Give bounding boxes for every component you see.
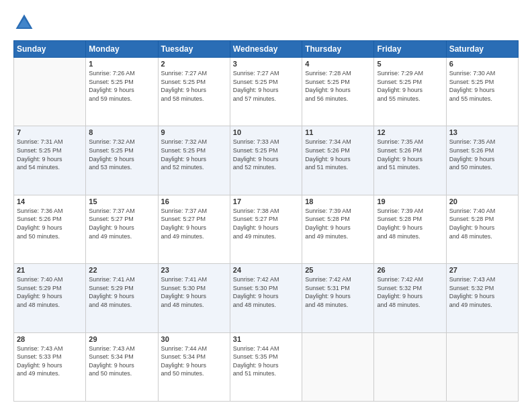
day-number: 26 <box>377 266 443 274</box>
day-number: 3 <box>233 60 299 68</box>
table-row: 21Sunrise: 7:40 AMSunset: 5:29 PMDayligh… <box>14 264 86 332</box>
cell-info: Sunrise: 7:35 AMSunset: 5:26 PMDaylight:… <box>449 138 515 171</box>
day-header-monday: Monday <box>86 41 158 58</box>
table-row: 10Sunrise: 7:33 AMSunset: 5:25 PMDayligh… <box>230 126 302 195</box>
table-row: 13Sunrise: 7:35 AMSunset: 5:26 PMDayligh… <box>446 126 518 195</box>
table-row: 15Sunrise: 7:37 AMSunset: 5:27 PMDayligh… <box>86 195 158 263</box>
cell-info: Sunrise: 7:39 AMSunset: 5:28 PMDaylight:… <box>377 207 443 240</box>
page: SundayMondayTuesdayWednesdayThursdayFrid… <box>0 0 532 411</box>
cell-info: Sunrise: 7:37 AMSunset: 5:27 PMDaylight:… <box>89 207 154 240</box>
table-row <box>302 332 374 401</box>
logo <box>13 12 39 34</box>
day-number: 6 <box>449 60 515 68</box>
table-row: 12Sunrise: 7:35 AMSunset: 5:26 PMDayligh… <box>374 126 446 195</box>
day-number: 31 <box>233 335 299 343</box>
table-row: 2Sunrise: 7:27 AMSunset: 5:25 PMDaylight… <box>158 58 230 126</box>
table-row: 6Sunrise: 7:30 AMSunset: 5:25 PMDaylight… <box>446 58 518 126</box>
day-number: 14 <box>17 197 83 205</box>
table-row: 1Sunrise: 7:26 AMSunset: 5:25 PMDaylight… <box>86 58 158 126</box>
cell-info: Sunrise: 7:44 AMSunset: 5:34 PMDaylight:… <box>161 345 227 378</box>
day-number: 23 <box>161 266 227 274</box>
cell-info: Sunrise: 7:29 AMSunset: 5:25 PMDaylight:… <box>377 69 443 103</box>
table-row: 20Sunrise: 7:40 AMSunset: 5:28 PMDayligh… <box>446 195 518 263</box>
day-number: 20 <box>449 197 515 205</box>
cell-info: Sunrise: 7:34 AMSunset: 5:26 PMDaylight:… <box>305 138 371 171</box>
table-row: 9Sunrise: 7:32 AMSunset: 5:25 PMDaylight… <box>158 126 230 195</box>
cell-info: Sunrise: 7:30 AMSunset: 5:25 PMDaylight:… <box>449 69 515 103</box>
header <box>13 12 519 34</box>
table-row: 23Sunrise: 7:41 AMSunset: 5:30 PMDayligh… <box>158 264 230 332</box>
table-row: 3Sunrise: 7:27 AMSunset: 5:25 PMDaylight… <box>230 58 302 126</box>
day-number: 16 <box>161 197 227 205</box>
cell-info: Sunrise: 7:32 AMSunset: 5:25 PMDaylight:… <box>89 138 154 171</box>
table-row: 5Sunrise: 7:29 AMSunset: 5:25 PMDaylight… <box>374 58 446 126</box>
cell-info: Sunrise: 7:44 AMSunset: 5:35 PMDaylight:… <box>233 345 299 378</box>
table-row: 4Sunrise: 7:28 AMSunset: 5:25 PMDaylight… <box>302 58 374 126</box>
cell-info: Sunrise: 7:41 AMSunset: 5:30 PMDaylight:… <box>161 275 227 309</box>
day-header-wednesday: Wednesday <box>230 41 302 58</box>
cell-info: Sunrise: 7:42 AMSunset: 5:32 PMDaylight:… <box>377 275 443 309</box>
day-number: 7 <box>17 128 83 136</box>
cell-info: Sunrise: 7:38 AMSunset: 5:27 PMDaylight:… <box>233 207 299 240</box>
day-number: 9 <box>161 128 227 136</box>
table-row <box>374 332 446 401</box>
cell-info: Sunrise: 7:33 AMSunset: 5:25 PMDaylight:… <box>233 138 299 171</box>
table-row: 19Sunrise: 7:39 AMSunset: 5:28 PMDayligh… <box>374 195 446 263</box>
table-row: 31Sunrise: 7:44 AMSunset: 5:35 PMDayligh… <box>230 332 302 401</box>
day-header-saturday: Saturday <box>446 41 518 58</box>
day-number: 18 <box>305 197 371 205</box>
table-row <box>14 58 86 126</box>
cell-info: Sunrise: 7:35 AMSunset: 5:26 PMDaylight:… <box>377 138 443 171</box>
cell-info: Sunrise: 7:26 AMSunset: 5:25 PMDaylight:… <box>89 69 154 103</box>
day-header-sunday: Sunday <box>14 41 86 58</box>
table-row: 28Sunrise: 7:43 AMSunset: 5:33 PMDayligh… <box>14 332 86 401</box>
cell-info: Sunrise: 7:42 AMSunset: 5:30 PMDaylight:… <box>233 275 299 309</box>
cell-info: Sunrise: 7:37 AMSunset: 5:27 PMDaylight:… <box>161 207 227 240</box>
day-number: 22 <box>89 266 154 274</box>
day-header-friday: Friday <box>374 41 446 58</box>
day-number: 12 <box>377 128 443 136</box>
day-number: 2 <box>161 60 227 68</box>
day-number: 10 <box>233 128 299 136</box>
day-number: 15 <box>89 197 154 205</box>
cell-info: Sunrise: 7:41 AMSunset: 5:29 PMDaylight:… <box>89 275 154 309</box>
day-header-thursday: Thursday <box>302 41 374 58</box>
table-row: 29Sunrise: 7:43 AMSunset: 5:34 PMDayligh… <box>86 332 158 401</box>
cell-info: Sunrise: 7:40 AMSunset: 5:29 PMDaylight:… <box>17 275 83 309</box>
cell-info: Sunrise: 7:43 AMSunset: 5:34 PMDaylight:… <box>89 345 154 378</box>
table-row: 27Sunrise: 7:43 AMSunset: 5:32 PMDayligh… <box>446 264 518 332</box>
cell-info: Sunrise: 7:32 AMSunset: 5:25 PMDaylight:… <box>161 138 227 171</box>
table-row: 14Sunrise: 7:36 AMSunset: 5:26 PMDayligh… <box>14 195 86 263</box>
day-number: 19 <box>377 197 443 205</box>
cell-info: Sunrise: 7:43 AMSunset: 5:33 PMDaylight:… <box>17 345 83 378</box>
day-header-tuesday: Tuesday <box>158 41 230 58</box>
day-number: 11 <box>305 128 371 136</box>
table-row: 18Sunrise: 7:39 AMSunset: 5:28 PMDayligh… <box>302 195 374 263</box>
cell-info: Sunrise: 7:39 AMSunset: 5:28 PMDaylight:… <box>305 207 371 240</box>
cell-info: Sunrise: 7:27 AMSunset: 5:25 PMDaylight:… <box>161 69 227 103</box>
cell-info: Sunrise: 7:40 AMSunset: 5:28 PMDaylight:… <box>449 207 515 240</box>
day-number: 28 <box>17 335 83 343</box>
table-row: 25Sunrise: 7:42 AMSunset: 5:31 PMDayligh… <box>302 264 374 332</box>
table-row: 24Sunrise: 7:42 AMSunset: 5:30 PMDayligh… <box>230 264 302 332</box>
table-row: 26Sunrise: 7:42 AMSunset: 5:32 PMDayligh… <box>374 264 446 332</box>
logo-icon <box>13 12 35 34</box>
table-row: 16Sunrise: 7:37 AMSunset: 5:27 PMDayligh… <box>158 195 230 263</box>
table-row: 7Sunrise: 7:31 AMSunset: 5:25 PMDaylight… <box>14 126 86 195</box>
day-number: 27 <box>449 266 515 274</box>
day-number: 1 <box>89 60 154 68</box>
table-row: 22Sunrise: 7:41 AMSunset: 5:29 PMDayligh… <box>86 264 158 332</box>
day-number: 17 <box>233 197 299 205</box>
table-row: 8Sunrise: 7:32 AMSunset: 5:25 PMDaylight… <box>86 126 158 195</box>
cell-info: Sunrise: 7:27 AMSunset: 5:25 PMDaylight:… <box>233 69 299 103</box>
cell-info: Sunrise: 7:28 AMSunset: 5:25 PMDaylight:… <box>305 69 371 103</box>
cell-info: Sunrise: 7:36 AMSunset: 5:26 PMDaylight:… <box>17 207 83 240</box>
day-number: 24 <box>233 266 299 274</box>
cell-info: Sunrise: 7:31 AMSunset: 5:25 PMDaylight:… <box>17 138 83 171</box>
cell-info: Sunrise: 7:42 AMSunset: 5:31 PMDaylight:… <box>305 275 371 309</box>
day-number: 13 <box>449 128 515 136</box>
day-number: 4 <box>305 60 371 68</box>
day-number: 29 <box>89 335 154 343</box>
day-number: 30 <box>161 335 227 343</box>
day-number: 25 <box>305 266 371 274</box>
